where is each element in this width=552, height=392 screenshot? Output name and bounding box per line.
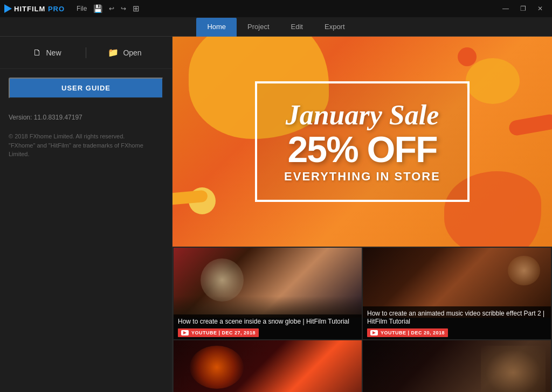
sale-subtitle: EVERYTHING IN STORE <box>284 170 440 184</box>
version-text: Version: 11.0.8319.47197 <box>0 107 172 128</box>
menu-save-icon[interactable]: 💾 <box>93 4 102 13</box>
title-bar-controls: — ❐ ✕ <box>498 3 548 15</box>
video-meta-1: YOUTUBE | DEC 27, 2018 <box>178 328 259 337</box>
title-bar-menu: File 💾 ↩ ↪ ⊞ <box>77 4 140 13</box>
sale-title: January Sale <box>284 100 440 130</box>
video-title-2: How to create an animated music video sc… <box>367 310 547 326</box>
video-overlay-2: How to create an animated music video sc… <box>363 306 551 339</box>
tab-export[interactable]: Export <box>314 18 356 37</box>
copyright-text: © 2018 FXhome Limited. All rights reserv… <box>0 128 172 167</box>
video-card-4[interactable] <box>363 340 551 392</box>
youtube-icon-1 <box>181 330 189 335</box>
menu-undo-icon[interactable]: ↩ <box>109 5 114 12</box>
video-card-2[interactable]: How to create an animated music video sc… <box>363 248 551 339</box>
video-source-2: YOUTUBE | DEC 20, 2018 <box>381 330 445 335</box>
tab-project[interactable]: Project <box>237 18 280 37</box>
open-folder-icon: 📁 <box>108 47 119 58</box>
blob-decoration-3 <box>466 58 520 104</box>
video-title-1: How to create a scene inside a snow glob… <box>178 318 357 326</box>
logo-pro-text: PRO <box>48 5 65 13</box>
sidebar: 🗋 New 📁 Open USER GUIDE Version: 11.0.83… <box>0 37 172 392</box>
video-thumb-4 <box>363 340 551 392</box>
title-bar-left: HITFILM PRO File 💾 ↩ ↪ ⊞ <box>4 4 140 13</box>
maximize-button[interactable]: ❐ <box>515 3 530 15</box>
new-label: New <box>46 48 61 57</box>
sale-percent: 25% OFF <box>284 131 440 167</box>
new-action[interactable]: 🗋 New <box>9 44 86 62</box>
open-action[interactable]: 📁 Open <box>86 43 163 62</box>
sale-content-box[interactable]: January Sale 25% OFF EVERYTHING IN STORE <box>255 81 470 201</box>
menu-file[interactable]: File <box>77 5 87 12</box>
content-area[interactable]: January Sale 25% OFF EVERYTHING IN STORE… <box>172 37 552 392</box>
menu-grid-icon[interactable]: ⊞ <box>133 4 140 13</box>
video-overlay-1: How to create a scene inside a snow glob… <box>174 314 362 339</box>
new-file-icon: 🗋 <box>33 48 42 58</box>
tab-home[interactable]: Home <box>196 18 237 37</box>
tab-edit[interactable]: Edit <box>280 18 314 37</box>
title-bar: HITFILM PRO File 💾 ↩ ↪ ⊞ — ❐ ✕ <box>0 0 552 17</box>
logo-triangle-icon <box>4 4 12 13</box>
blob-circle-2 <box>458 47 477 66</box>
toolbar: Home Project Edit Export <box>0 17 552 37</box>
video-card-3[interactable] <box>174 340 362 392</box>
blob-rect-1 <box>508 113 552 136</box>
sale-banner: January Sale 25% OFF EVERYTHING IN STORE <box>172 37 552 247</box>
video-thumb-1 <box>174 248 362 318</box>
app-logo: HITFILM PRO <box>4 4 65 13</box>
video-meta-2: YOUTUBE | DEC 20, 2018 <box>367 328 448 337</box>
close-button[interactable]: ✕ <box>533 3 548 15</box>
minimize-button[interactable]: — <box>498 3 513 15</box>
open-label: Open <box>123 48 141 57</box>
video-grid: How to create a scene inside a snow glob… <box>172 247 552 392</box>
video-source-1: YOUTUBE | DEC 27, 2018 <box>191 330 256 335</box>
menu-redo-icon[interactable]: ↪ <box>121 5 126 12</box>
user-guide-button[interactable]: USER GUIDE <box>9 78 163 99</box>
video-card-1[interactable]: How to create a scene inside a snow glob… <box>174 248 362 339</box>
logo-text: HITFILM PRO <box>14 5 65 13</box>
youtube-icon-2 <box>370 330 378 335</box>
copyright-line: © 2018 FXhome Limited. All rights reserv… <box>9 133 143 157</box>
nav-tabs: Home Project Edit Export <box>0 16 552 37</box>
main-layout: 🗋 New 📁 Open USER GUIDE Version: 11.0.83… <box>0 37 552 392</box>
sidebar-actions: 🗋 New 📁 Open <box>0 37 172 69</box>
video-thumb-3 <box>174 340 362 392</box>
